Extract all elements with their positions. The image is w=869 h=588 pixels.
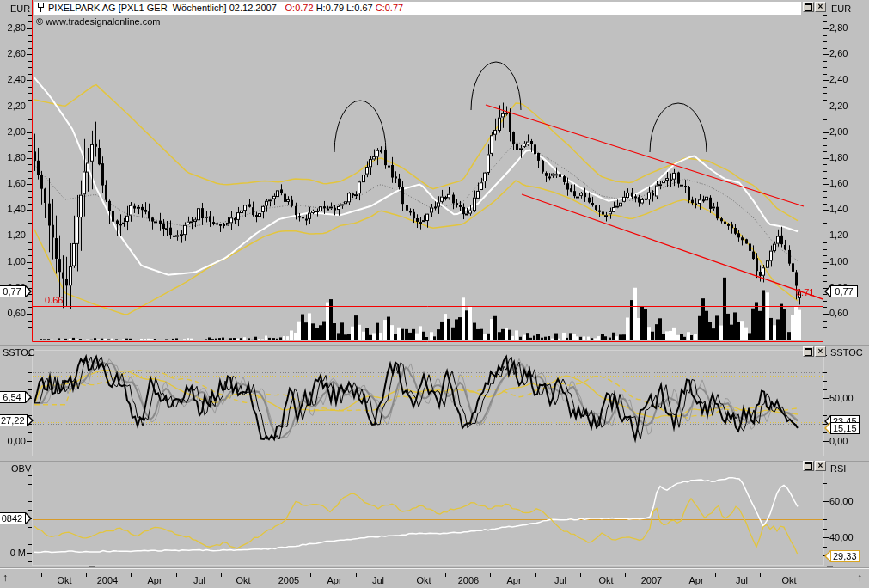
maximize-icon <box>805 3 812 11</box>
obv-value-marker: 0842 <box>0 512 32 524</box>
close-button[interactable]: × <box>815 461 826 471</box>
maximize-button[interactable] <box>803 461 814 471</box>
y-axis-label: 2,00 <box>0 126 26 138</box>
obv-panel-label: OBV <box>11 463 31 475</box>
close-icon: × <box>816 347 825 355</box>
sstoc-window-buttons: × <box>803 346 826 357</box>
time-axis-label: 2004 <box>92 575 123 586</box>
y-axis-label: 2,20 <box>0 101 26 112</box>
marker-arrow-icon <box>26 512 32 524</box>
sstoc-tick-0-left: 0,00 <box>0 436 26 447</box>
y-axis-label: 1,60 <box>0 178 26 189</box>
time-axis-label: Apr <box>681 575 712 586</box>
maximize-icon <box>805 462 812 470</box>
y-axis-label: 2,80 <box>0 22 26 34</box>
price-marker-left: 0,77 <box>0 285 32 297</box>
scroll-right-arrow[interactable]: ↑ <box>857 572 862 584</box>
support-level-label: 0.66 <box>45 295 63 306</box>
recent-low-label: 0.71 <box>796 287 814 298</box>
time-axis-label: Okt <box>408 575 439 586</box>
y-axis-label: 1,40 <box>829 204 848 215</box>
obv-zero-label: 0 M <box>0 548 26 559</box>
rsi-value-marker: 29,33 <box>824 550 860 562</box>
time-axis-label: Jul <box>363 575 394 586</box>
time-axis-label: Okt <box>49 575 80 586</box>
sstoc-tick-0-right: 0,00 <box>829 436 848 447</box>
chart-window: EUR EUR PIXELPARK AG [PXL1 GER Wöchentli… <box>0 0 869 588</box>
time-axis-label: Okt <box>228 575 259 586</box>
sstoc-panel-label-right: SSTOC <box>830 347 863 358</box>
title-text: PIXELPARK AG [PXL1 GER Wöchentlich] 02.1… <box>48 3 285 13</box>
y-axis-label: 1,60 <box>829 178 848 189</box>
marker-arrow-icon <box>824 285 830 297</box>
scroll-left-arrow[interactable]: ↑ <box>3 572 8 584</box>
y-axis-label: 1,80 <box>829 152 848 163</box>
close-icon: × <box>816 462 825 469</box>
maximize-button[interactable] <box>803 346 814 357</box>
price-marker-right: 0,77 <box>824 285 858 297</box>
close-button[interactable]: × <box>815 2 826 12</box>
time-axis-label: Apr <box>139 575 170 586</box>
y-axis-label: 2,40 <box>829 74 848 85</box>
rsi-tick-40: 40,00 <box>829 532 854 543</box>
rsi-tick-60: 60,00 <box>829 496 854 507</box>
main-window-buttons: × <box>803 2 826 12</box>
y-axis-label: 2,40 <box>0 74 26 85</box>
time-axis-label: Okt <box>591 575 621 586</box>
time-axis-label: Apr <box>319 575 350 586</box>
close-button[interactable]: × <box>815 346 826 357</box>
ohlc-high-low: H:0.79 L:0.67 <box>316 3 376 13</box>
y-axis-label: 2,00 <box>829 126 848 138</box>
y-axis-label: 1,20 <box>0 230 26 241</box>
y-axis-label: 1,20 <box>829 230 848 241</box>
time-axis-label: Jul <box>545 575 576 586</box>
chart-canvas[interactable] <box>0 0 869 588</box>
ohlc-close: C:0.77 <box>376 3 403 13</box>
y-axis-label: 0,60 <box>829 308 848 319</box>
right-axis-unit: EUR <box>831 3 851 15</box>
maximize-button[interactable] <box>803 2 814 12</box>
sstoc-marker-fast: 15,15 <box>824 422 860 434</box>
y-axis-label: 1,00 <box>829 256 848 267</box>
instrument-icon <box>37 3 45 15</box>
sstoc-marker-left-1: 6,54 <box>0 391 32 403</box>
time-axis-label: Jul <box>726 575 757 586</box>
close-icon: × <box>816 3 825 10</box>
y-axis-label: 1,40 <box>0 204 26 215</box>
sstoc-panel-label-left: SSTOC <box>3 347 35 358</box>
copyright-label: © www.tradesignalonline.com <box>36 16 160 27</box>
y-axis-label: 1,80 <box>0 152 26 163</box>
time-axis-label: Okt <box>774 575 805 586</box>
rsi-window-buttons: × <box>803 461 826 471</box>
marker-arrow-icon <box>26 285 32 297</box>
y-axis-label: 1,00 <box>0 256 26 267</box>
time-axis-label: Apr <box>499 575 529 586</box>
y-axis-label: 0,60 <box>0 308 26 319</box>
time-axis-label: 2005 <box>273 575 304 586</box>
ohlc-open: O:0.72 <box>285 3 316 13</box>
y-axis-label: 2,80 <box>829 22 848 34</box>
time-axis-label: 2006 <box>453 575 484 586</box>
time-axis-label: 2007 <box>636 575 667 586</box>
maximize-icon <box>805 348 812 356</box>
y-axis-label: 2,60 <box>829 48 848 59</box>
y-axis-label: 2,20 <box>829 101 848 112</box>
left-axis-unit: EUR <box>10 3 30 15</box>
rsi-panel-label: RSI <box>830 463 846 475</box>
marker-arrow-icon <box>824 422 830 434</box>
sstoc-tick-50: 50,00 <box>829 393 854 404</box>
title-bar[interactable]: PIXELPARK AG [PXL1 GER Wöchentlich] 02.1… <box>34 2 801 15</box>
sstoc-marker-left-2: 27,22 <box>0 414 34 426</box>
marker-arrow-icon <box>26 391 32 403</box>
y-axis-label: 2,60 <box>0 48 26 59</box>
marker-arrow-icon <box>28 414 34 426</box>
marker-arrow-icon <box>824 550 830 562</box>
time-axis-label: Jul <box>184 575 215 586</box>
